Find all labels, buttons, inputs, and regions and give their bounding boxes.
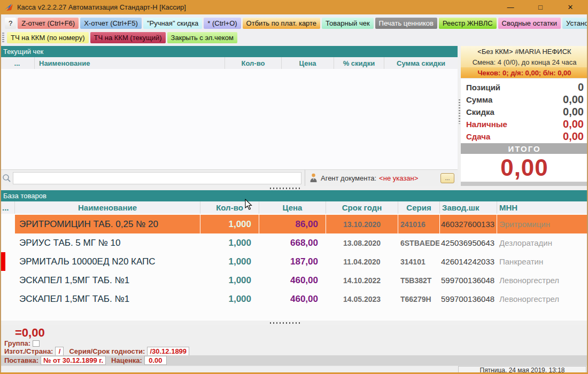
toolbar-button[interactable]: Z-отчет (Ctrl+F6): [18, 18, 79, 29]
toolbar-buttons-row2: ТЧ на ККМ (по номеру) ТЧ на ККМ (текущий…: [7, 32, 239, 43]
column-header-qty[interactable]: Кол-во: [225, 57, 282, 69]
toolbar-button[interactable]: Отбить по плат. карте: [243, 18, 321, 29]
column-header-dots[interactable]: ...: [0, 201, 15, 214]
group-checkbox[interactable]: [33, 340, 40, 347]
row-barcode: 425036950643: [440, 233, 497, 252]
row-expiry: 14.05.2023: [326, 290, 398, 308]
total-row: Скидка 0,00: [466, 106, 584, 118]
agent-area: Агент документа: <не указан> ...: [305, 170, 458, 186]
row-price: 460,00: [259, 290, 326, 308]
table-row[interactable]: ЭСКАПЕЛ 1,5МГ ТАБ. №1 1,000 460,00 14.10…: [0, 271, 588, 290]
row-price: 460,00: [259, 271, 326, 290]
table-row[interactable]: ЭРИТРОМИЦИН ТАБ. 0,25 № 20 1,000 86,00 1…: [0, 215, 588, 233]
toolbar-button[interactable]: Печать ценников: [375, 18, 437, 29]
row-qty: 1,000: [200, 215, 259, 233]
bottom-info-panel: =0,00 Группа: Изгот./Страна: / Серия/Сро…: [0, 325, 588, 365]
register-panel: <Без ККМ> #MARIA НЕФИСК Смена: 4 (0/0), …: [461, 46, 588, 186]
column-header-qty[interactable]: Кол-во: [200, 201, 259, 214]
supply-line: Поставка: № от 30.12.1899 г. Наценка: 0.…: [0, 355, 588, 365]
series-expiry-value: /30.12.1899: [147, 347, 189, 356]
column-header-discount-sum[interactable]: Сумма скидки: [384, 57, 458, 69]
search-input[interactable]: [13, 172, 301, 184]
vertical-splitter[interactable]: [458, 46, 461, 186]
column-header-expiry[interactable]: Срок годн: [326, 201, 398, 214]
row-dots-cell: [0, 215, 15, 233]
shift-info: Смена: 4 (0/0), до конца 24 часа: [461, 57, 588, 67]
total-label: Позиций: [466, 83, 500, 92]
total-row: Сумма 0,00: [466, 94, 584, 106]
toolbar-button[interactable]: ?: [5, 18, 16, 29]
itogo-header: ИТОГО: [461, 143, 588, 154]
row-name: ЭРИТРОМИЦИН ТАБ. 0,25 № 20: [15, 215, 200, 233]
column-header-mnn[interactable]: МНН: [497, 201, 588, 214]
toolbar-button[interactable]: "Ручная" скидка: [143, 18, 202, 29]
agent-label: Агент документа:: [321, 174, 376, 182]
toolbar-button[interactable]: Сводные остатки: [498, 18, 561, 29]
current-check-empty-list[interactable]: [0, 69, 458, 169]
product-base-column-header: ... Наименование Кол-во Цена Срок годн С…: [0, 201, 588, 214]
toolbar-button[interactable]: Установить делимость: [562, 18, 588, 29]
window-title: Касса v2.2.2.27 Автоматизация Стандарт-Н…: [17, 3, 507, 11]
column-header-series[interactable]: Серия: [398, 201, 440, 214]
toolbar-row-2: ТЧ на ККМ (по номеру) ТЧ на ККМ (текущий…: [1, 30, 588, 45]
horizontal-splitter-top[interactable]: [0, 186, 588, 190]
row-barcode: 599700136048: [440, 290, 497, 308]
row-name: ЭРМИТАЛЬ 10000ЕД N20 КАПС: [15, 252, 200, 271]
supply-value: № от 30.12.1899 г.: [41, 356, 106, 365]
row-mnn: Левоноргестрел: [497, 290, 588, 308]
total-value: 0,00: [563, 118, 584, 130]
toolbar-button[interactable]: Товарный чек: [322, 18, 373, 29]
table-row[interactable]: ЭСКАПЕЛ 1,5МГ ТАБ. №1 1,000 460,00 14.05…: [0, 290, 588, 308]
table-row[interactable]: ЭРМИТАЛЬ 10000ЕД N20 КАПС 1,000 187,00 1…: [0, 252, 588, 271]
row-expiry: 14.10.2022: [326, 271, 398, 290]
minimize-button[interactable]: —: [507, 3, 514, 11]
row-dots-cell: [0, 271, 15, 290]
table-row[interactable]: ЭРИУС ТАБ. 5 МГ № 10 1,000 668,00 13.08.…: [0, 233, 588, 252]
current-check-panel: Текущий чек ... Наименование Кол-во Цена…: [0, 46, 458, 186]
row-series: 241016: [398, 215, 440, 233]
supply-label: Поставка:: [4, 356, 38, 364]
toolbar-button[interactable]: Реестр ЖНВЛС: [439, 18, 497, 29]
total-label: Сдача: [466, 132, 490, 141]
column-header-name[interactable]: Наименование: [15, 201, 200, 214]
manufacturer-value: /: [55, 347, 64, 356]
column-header-barcode[interactable]: Завод.шк: [440, 201, 497, 214]
grand-total: =0,00: [0, 325, 588, 339]
toolbar-button[interactable]: Закрыть с эл.чеком: [167, 32, 237, 43]
agent-more-button[interactable]: ...: [440, 173, 454, 183]
row-qty: 1,000: [200, 290, 259, 308]
totals-list: Позиций 0 Сумма 0,00 Скидка 0,00 На: [461, 79, 588, 143]
close-button[interactable]: ✕: [567, 3, 574, 11]
splitter-grip-icon: [270, 188, 301, 189]
current-check-title: Текущий чек: [0, 46, 458, 57]
toolbar-gripper[interactable]: [2, 33, 4, 43]
row-expiry: 13.10.2020: [326, 215, 398, 233]
column-header-dots[interactable]: ...: [0, 57, 35, 69]
toolbar-button[interactable]: X-отчет (Ctrl+F5): [80, 18, 142, 29]
column-header-price[interactable]: Цена: [282, 57, 334, 69]
maximize-button[interactable]: □: [537, 3, 544, 11]
column-header-name[interactable]: Наименование: [35, 57, 225, 69]
row-dots-cell: [0, 290, 15, 308]
column-header-price[interactable]: Цена: [259, 201, 326, 214]
row-mnn: Левоноргестрел: [497, 271, 588, 290]
product-base-panel: База товаров ... Наименование Кол-во Цен…: [0, 190, 588, 321]
toolbar-button[interactable]: * (Ctrl+O): [204, 18, 241, 29]
agent-person-icon: [310, 173, 318, 183]
row-price: 187,00: [259, 252, 326, 271]
row-qty: 1,000: [200, 233, 259, 252]
row-qty: 1,000: [200, 252, 259, 271]
row-name: ЭСКАПЕЛ 1,5МГ ТАБ. №1: [15, 290, 200, 308]
manufacturer-label: Изгот./Страна:: [4, 347, 53, 355]
itogo-value: 0,00: [461, 154, 588, 182]
row-expiry: 11.04.2020: [326, 252, 398, 271]
current-check-column-header: ... Наименование Кол-во Цена % скидки Су…: [0, 57, 458, 69]
horizontal-splitter-bottom[interactable]: [0, 321, 588, 325]
toolbar-button[interactable]: ТЧ на ККМ (текущий): [90, 32, 166, 43]
row-dots-cell: [0, 233, 15, 252]
toolbar-button[interactable]: ТЧ на ККМ (по номеру): [7, 32, 89, 43]
row-price: 668,00: [259, 233, 326, 252]
agent-value[interactable]: <не указан>: [379, 174, 418, 182]
column-header-discount-pct[interactable]: % скидки: [334, 57, 384, 69]
toolbar-row-1: ? Z-отчет (Ctrl+F6) X-отчет (Ctrl+F5) "Р…: [1, 16, 588, 30]
